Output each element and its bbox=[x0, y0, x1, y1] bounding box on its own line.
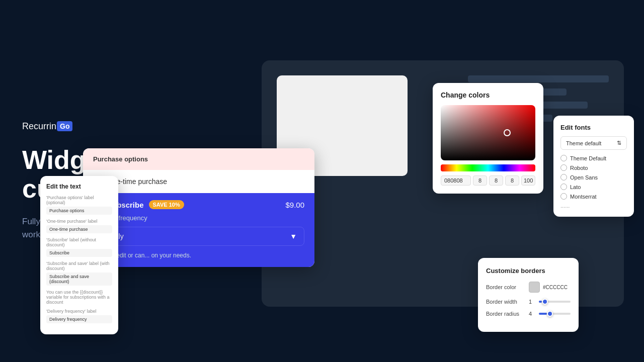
border-width-row: Border width 1 bbox=[486, 299, 571, 305]
border-radius-fill bbox=[539, 313, 547, 315]
border-width-slider-container: 1 bbox=[529, 299, 571, 305]
font-radio-roboto[interactable] bbox=[560, 164, 567, 171]
border-radius-value: 4 bbox=[529, 311, 536, 317]
border-width-value: 1 bbox=[529, 299, 536, 305]
font-select-chevron-icon: ⇅ bbox=[617, 140, 621, 146]
font-select-value: Theme default bbox=[566, 140, 601, 146]
border-radius-thumb[interactable] bbox=[547, 311, 553, 317]
color-g-input[interactable]: 8 bbox=[489, 175, 503, 186]
font-name-montserrat: Montserrat bbox=[570, 194, 597, 200]
delivery-label: Delivery frequency bbox=[93, 214, 304, 222]
edit-text-row-6: 'Delivery frequency' label Delivery freq… bbox=[46, 309, 112, 323]
border-color-value: #CCCCCC bbox=[543, 285, 568, 290]
change-colors-title: Change colors bbox=[441, 91, 535, 99]
delivery-select[interactable]: Weekly ▼ bbox=[93, 227, 304, 246]
price-label: $9.00 bbox=[285, 201, 304, 209]
font-name-theme-default: Theme Default bbox=[570, 155, 606, 161]
font-option-roboto[interactable]: Roboto bbox=[560, 164, 627, 171]
edit-text-row-3: 'Subscribe' label (without discount) Sub… bbox=[46, 237, 112, 257]
edit-text-title: Edit the text bbox=[46, 183, 112, 190]
color-hex-input[interactable]: 080808 bbox=[441, 175, 471, 186]
color-opacity-input[interactable]: 100 bbox=[521, 175, 535, 186]
change-colors-panel: Change colors 080808 8 8 8 100 bbox=[433, 83, 543, 194]
font-name-roboto: Roboto bbox=[570, 165, 588, 171]
font-radio-lato[interactable] bbox=[560, 184, 567, 190]
edit-text-row-5: You can use the {{discount}} variable fo… bbox=[46, 290, 112, 305]
edit-fonts-panel: Edit fonts Theme default ⇅ Theme Default… bbox=[553, 116, 634, 217]
color-b-input[interactable]: 8 bbox=[505, 175, 519, 186]
border-radius-track[interactable] bbox=[539, 313, 571, 315]
font-option-open-sans[interactable]: Open Sans bbox=[560, 174, 627, 180]
font-name-lato: Lato bbox=[570, 184, 581, 190]
border-width-track[interactable] bbox=[539, 301, 571, 303]
font-name-open-sans: Open Sans bbox=[570, 174, 598, 180]
font-more-dots: ...... bbox=[560, 203, 627, 209]
border-color-swatch[interactable] bbox=[529, 282, 540, 293]
description-text: You can edit or can... on your needs. bbox=[93, 251, 304, 260]
save-badge: SAVE 10% bbox=[149, 200, 184, 209]
edit-text-row-1: 'Purchase options' label (optional) Purc… bbox=[46, 195, 112, 215]
fonts-title: Edit fonts bbox=[560, 124, 627, 131]
border-radius-label: Border radius bbox=[486, 311, 529, 317]
purchase-widget-header: Purchase options bbox=[83, 148, 314, 170]
border-radius-row: Border radius 4 bbox=[486, 311, 571, 317]
border-width-label: Border width bbox=[486, 299, 529, 305]
color-spectrum-bar[interactable] bbox=[441, 164, 535, 171]
border-color-label: Border color bbox=[486, 284, 529, 290]
border-width-thumb[interactable] bbox=[542, 299, 548, 305]
logo: Recurrin Go bbox=[22, 121, 213, 132]
border-radius-slider-container: 4 bbox=[529, 311, 571, 317]
logo-go: Go bbox=[57, 121, 72, 131]
font-option-theme-default[interactable]: Theme Default bbox=[560, 155, 627, 161]
edit-text-row-2: 'One-time purchase' label One-time purch… bbox=[46, 219, 112, 233]
customize-borders-panel: Customize borders Border color #CCCCCC B… bbox=[478, 258, 579, 332]
color-picker-gradient[interactable] bbox=[441, 105, 535, 160]
edit-text-row-4: 'Subscribe and save' label (with discoun… bbox=[46, 261, 112, 286]
color-inputs-row: 080808 8 8 8 100 bbox=[441, 175, 535, 186]
font-radio-open-sans[interactable] bbox=[560, 174, 567, 180]
font-select[interactable]: Theme default ⇅ bbox=[560, 136, 627, 150]
logo-text: Recurrin bbox=[22, 121, 56, 132]
edit-text-panel: Edit the text 'Purchase options' label (… bbox=[40, 176, 118, 334]
font-radio-montserrat[interactable] bbox=[560, 193, 567, 200]
borders-title: Customize borders bbox=[486, 267, 571, 275]
subscribe-row: Subscribe SAVE 10% $9.00 bbox=[93, 200, 304, 209]
color-r-input[interactable]: 8 bbox=[473, 175, 487, 186]
font-radio-theme-default[interactable] bbox=[560, 155, 567, 161]
font-option-lato[interactable]: Lato bbox=[560, 184, 627, 190]
font-option-montserrat[interactable]: Montserrat bbox=[560, 193, 627, 200]
border-color-row: Border color #CCCCCC bbox=[486, 282, 571, 293]
